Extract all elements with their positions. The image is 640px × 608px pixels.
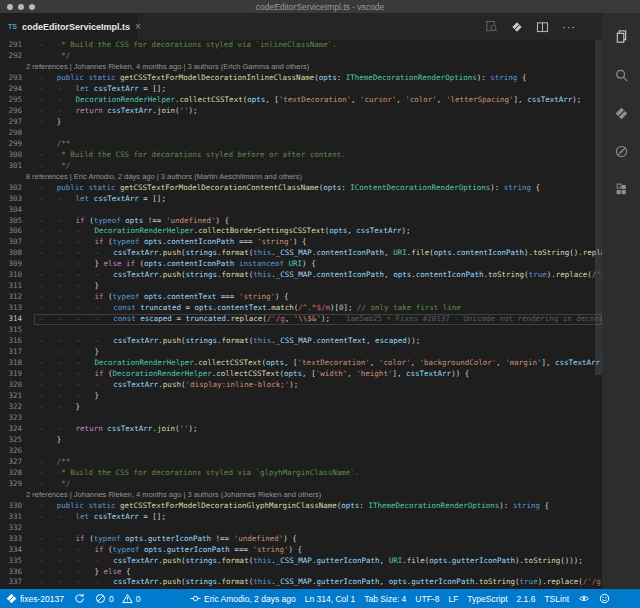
code-text[interactable]: →} <box>34 435 602 446</box>
gitlens-blame-status[interactable]: Eric Amodio, 2 days ago <box>190 593 296 604</box>
code-text[interactable]: →→→DecorationRenderHelper.collectBorderS… <box>34 226 602 237</box>
code-text[interactable]: →→→→const truncated = opts.contentText.m… <box>34 303 602 314</box>
code-line[interactable]: 321→→→} <box>0 391 602 402</box>
code-line[interactable]: 309→→→} else if (opts.contentIconPath in… <box>0 259 602 270</box>
code-text[interactable]: →→→→cssTextArr.push(strings.format(this.… <box>34 577 602 588</box>
git-branch-indicator[interactable]: fixes-20137 <box>6 593 64 604</box>
code-text[interactable]: →·*/ <box>34 479 602 490</box>
line-number[interactable]: 302 <box>0 183 22 194</box>
code-text[interactable]: →→let cssTextArr = []; <box>34 512 602 523</box>
codelens-row[interactable]: 2 references | Johannes Rieken, 4 months… <box>0 62 602 73</box>
tslint-status[interactable]: TSLint <box>544 594 569 604</box>
code-text[interactable]: →→let cssTextArr = []; <box>34 84 602 95</box>
line-number[interactable]: 310 <box>0 270 22 281</box>
code-text[interactable]: →→→if (typeof opts.gutterIconPath === 's… <box>34 545 602 556</box>
code-line[interactable]: 297→} <box>0 117 602 128</box>
line-number[interactable]: 331 <box>0 512 22 523</box>
line-number[interactable]: 324 <box>0 424 22 435</box>
code-line[interactable]: 292→·*/ <box>0 51 602 62</box>
line-number[interactable]: 326 <box>0 446 22 457</box>
code-text[interactable]: →→→} <box>34 281 602 292</box>
eol-indicator[interactable]: LF <box>448 594 458 604</box>
code-line[interactable]: 301→·*/ <box>0 161 602 172</box>
line-number[interactable]: 301 <box>0 161 22 172</box>
line-number[interactable]: 317 <box>0 347 22 358</box>
code-line[interactable]: 314→→→→const escaped = truncated.replace… <box>0 314 602 325</box>
line-number[interactable]: 322 <box>0 402 22 413</box>
code-line[interactable]: 316→→→→cssTextArr.push(strings.format(th… <box>0 336 602 347</box>
code-line[interactable]: 305→→if (typeof opts !== 'undefined') { <box>0 216 602 227</box>
codelens-text[interactable]: 8 references | Eric Amodio, 2 days ago |… <box>26 172 302 183</box>
encoding-indicator[interactable]: UTF-8 <box>415 594 439 604</box>
code-text[interactable] <box>34 446 602 457</box>
code-line[interactable]: 311→→→} <box>0 281 602 292</box>
code-text[interactable]: →→if (typeof opts !== 'undefined') { <box>34 216 602 227</box>
code-line[interactable]: 294→→let cssTextArr = []; <box>0 84 602 95</box>
codelens-row[interactable]: 2 references | Johannes Rieken, 4 months… <box>0 490 602 501</box>
zoom-window-button[interactable] <box>29 4 35 10</box>
code-text[interactable]: →→→→cssTextArr.push(strings.format(this.… <box>34 336 602 347</box>
code-text[interactable]: →→→} <box>34 347 602 358</box>
line-number[interactable]: 328 <box>0 468 22 479</box>
code-line[interactable]: 322→→} <box>0 402 602 413</box>
line-number[interactable]: 336 <box>0 567 22 578</box>
code-line[interactable]: 320→→→→cssTextArr.push('display:inline-b… <box>0 380 602 391</box>
code-text[interactable]: →→→→cssTextArr.push('display:inline-bloc… <box>34 380 602 391</box>
line-number[interactable]: 314 <box>0 314 22 325</box>
code-line[interactable]: 306→→→DecorationRenderHelper.collectBord… <box>0 226 602 237</box>
minimize-window-button[interactable] <box>18 4 24 10</box>
close-tab-icon[interactable]: × <box>135 22 141 32</box>
extensions-icon[interactable] <box>613 181 629 197</box>
search-icon[interactable] <box>613 67 629 83</box>
line-number[interactable]: 312 <box>0 292 22 303</box>
line-number[interactable]: 292 <box>0 51 22 62</box>
codelens-text[interactable]: 2 references | Johannes Rieken, 4 months… <box>26 62 309 73</box>
problems-indicator[interactable]: 0 0 <box>95 593 140 604</box>
line-number[interactable]: 321 <box>0 391 22 402</box>
line-number[interactable]: 308 <box>0 248 22 259</box>
code-text[interactable]: →} <box>34 117 602 128</box>
code-line[interactable]: 307→→→if (typeof opts.contentIconPath ==… <box>0 237 602 248</box>
open-preview-icon[interactable] <box>485 20 498 33</box>
editor-scrollbar[interactable] <box>595 40 602 589</box>
code-text[interactable]: →·*/ <box>34 161 602 172</box>
line-number[interactable]: 306 <box>0 226 22 237</box>
line-number[interactable]: 318 <box>0 358 22 369</box>
code-text[interactable]: →→let cssTextArr = []; <box>34 194 602 205</box>
line-number[interactable]: 300 <box>0 150 22 161</box>
code-line[interactable]: 295→→DecorationRenderHelper.collectCSSTe… <box>0 95 602 106</box>
code-line[interactable]: 332 <box>0 523 602 534</box>
code-text[interactable]: →/** <box>34 457 602 468</box>
line-number[interactable]: 309 <box>0 259 22 270</box>
code-line[interactable]: 319→→→if (DecorationRenderHelper.collect… <box>0 369 602 380</box>
line-number[interactable]: 327 <box>0 457 22 468</box>
code-text[interactable]: →→→→cssTextArr.push(strings.format(this.… <box>34 556 602 567</box>
code-text[interactable]: →·* Build the CSS for decorations styled… <box>34 150 602 161</box>
code-line[interactable]: 334→→→if (typeof opts.gutterIconPath ===… <box>0 545 602 556</box>
cursor-position[interactable]: Ln 314, Col 1 <box>305 594 356 604</box>
code-line[interactable]: 323 <box>0 413 602 424</box>
tab-size-indicator[interactable]: Tab Size: 4 <box>364 594 406 604</box>
line-number[interactable]: 294 <box>0 84 22 95</box>
code-line[interactable]: 304 <box>0 205 602 216</box>
code-line[interactable]: 329→·*/ <box>0 479 602 490</box>
code-text[interactable] <box>34 523 602 534</box>
code-line[interactable]: 315 <box>0 325 602 336</box>
code-line[interactable]: 308→→→→cssTextArr.push(strings.format(th… <box>0 248 602 259</box>
language-mode[interactable]: TypeScript <box>467 594 507 604</box>
code-text[interactable]: →·* Build the CSS for decorations styled… <box>34 468 602 479</box>
code-line[interactable]: 300→·* Build the CSS for decorations sty… <box>0 150 602 161</box>
scrollbar-thumb[interactable] <box>595 40 602 375</box>
code-text[interactable]: →→→if (typeof opts.contentIconPath === '… <box>34 237 602 248</box>
line-number[interactable]: 315 <box>0 325 22 336</box>
line-number[interactable]: 293 <box>0 73 22 84</box>
source-control-icon[interactable] <box>613 105 629 121</box>
code-text[interactable]: →/** <box>34 139 602 150</box>
code-line[interactable]: 325→} <box>0 435 602 446</box>
line-number[interactable]: 299 <box>0 139 22 150</box>
line-number[interactable]: 319 <box>0 369 22 380</box>
code-line[interactable]: 293→public static getCSSTextForModelDeco… <box>0 73 602 84</box>
code-text[interactable]: →·* Build the CSS for decorations styled… <box>34 40 602 51</box>
explorer-files-icon[interactable] <box>613 29 629 45</box>
line-number[interactable]: 307 <box>0 237 22 248</box>
